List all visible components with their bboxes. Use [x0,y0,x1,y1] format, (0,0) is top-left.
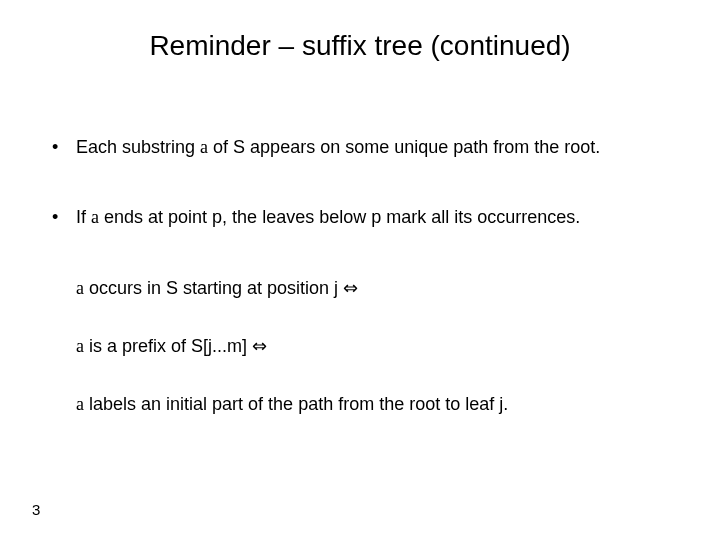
alpha-icon: a [76,394,84,414]
page-number: 3 [32,501,40,518]
bullet-2-part-a: If [76,207,91,227]
slide-title: Reminder – suffix tree (continued) [0,30,720,62]
bullet-1: • Each substring a of S appears on some … [52,135,680,159]
indent-1-text: occurs in S starting at position j [84,278,343,298]
indent-line-1: a occurs in S starting at position j ⇔ [76,276,680,300]
bullet-2-text: If a ends at point p, the leaves below p… [76,205,580,229]
alpha-icon: a [91,207,99,227]
slide: Reminder – suffix tree (continued) • Eac… [0,0,720,540]
alpha-icon: a [200,137,208,157]
bullet-1-part-a: Each substring [76,137,200,157]
bullet-dot-icon: • [52,135,76,159]
slide-body: • Each substring a of S appears on some … [52,135,680,450]
iff-icon: ⇔ [343,278,358,298]
bullet-2-part-b: ends at point p, the leaves below p mark… [99,207,580,227]
indent-3-text: labels an initial part of the path from … [84,394,508,414]
bullet-1-part-b: of S appears on some unique path from th… [208,137,600,157]
bullet-dot-icon: • [52,205,76,229]
alpha-icon: a [76,278,84,298]
iff-icon: ⇔ [252,336,267,356]
bullet-1-text: Each substring a of S appears on some un… [76,135,600,159]
bullet-2: • If a ends at point p, the leaves below… [52,205,680,229]
indent-block: a occurs in S starting at position j ⇔ a… [52,276,680,417]
alpha-icon: a [76,336,84,356]
indent-line-2: a is a prefix of S[j...m] ⇔ [76,334,680,358]
indent-line-3: a labels an initial part of the path fro… [76,392,680,416]
indent-2-text: is a prefix of S[j...m] [84,336,252,356]
